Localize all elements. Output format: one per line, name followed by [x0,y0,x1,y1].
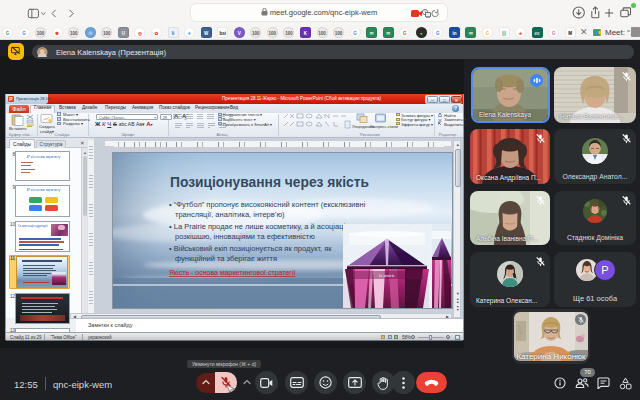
svg-text:• La Prairie продає не лише ко: • La Prairie продає не лише косметику, а… [169,222,357,231]
svg-text:• “Футбол” пропонує високоякіс: • “Футбол” пропонує високоякісний контен… [169,200,366,209]
svg-text:1.: 1. [184,116,187,121]
svg-text:Позиціонування через якість: Позиціонування через якість [170,175,369,190]
svg-text:• Військовий екіп позиціонуєть: • Військовий екіп позиціонується як прод… [169,244,332,253]
svg-text:la prairie: la prairie [379,273,395,278]
svg-text:розкішшю, інноваціями та ефект: розкішшю, інноваціями та ефективністю [175,232,315,241]
svg-text:Якість - основа маркетингової: Якість - основа маркетингової стратегії [169,269,295,277]
svg-text:функційний та зберігає життя: функційний та зберігає життя [175,254,277,263]
svg-text:трансляції, аналітика, інтер: трансляції, аналітика, інтерв’ю) [175,210,285,219]
